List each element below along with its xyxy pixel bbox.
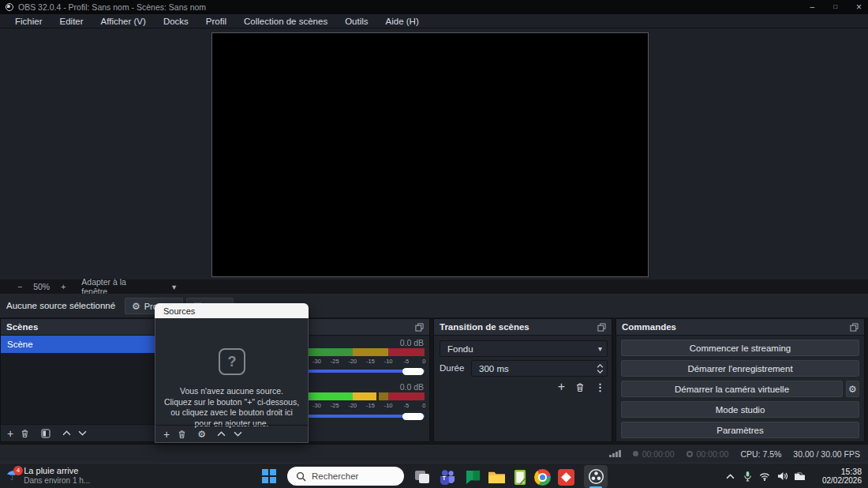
status-bar: 00:00:00 00:00:00 CPU: 7.5% 30.00 / 30.0… (0, 444, 868, 463)
meter-scale: -30-25-20-15-10-50 (309, 358, 432, 365)
volume-slider-handle[interactable] (402, 368, 424, 375)
move-source-up-button[interactable] (217, 431, 226, 437)
transition-actions: + ⋮ (558, 381, 605, 393)
window-title: OBS 32.0.4 - Profil: Sans nom - Scènes: … (18, 2, 206, 12)
sources-window-title: Sources (163, 306, 195, 316)
menu-fichier[interactable]: Fichier (6, 14, 51, 28)
question-mark-icon: ? (219, 348, 245, 375)
stream-status-icon (633, 451, 638, 456)
transition-selected-value: Fondu (447, 344, 473, 354)
red-diamond-app-button[interactable] (556, 467, 576, 487)
no-source-status: Aucune source sélectionné (6, 301, 115, 310)
folder-icon (488, 470, 506, 485)
sources-window-titlebar[interactable]: Sources (155, 303, 309, 318)
title-bar[interactable]: OBS 32.0.4 - Profil: Sans nom - Scènes: … (0, 0, 868, 14)
sources-toolbar: + ⚙ (155, 425, 308, 442)
file-explorer-button[interactable] (486, 467, 507, 487)
gear-icon: ⚙ (132, 302, 140, 311)
close-button[interactable]: × (856, 0, 862, 14)
menu-outils[interactable]: Outils (336, 14, 376, 28)
remove-transition-button[interactable] (575, 382, 585, 392)
zoom-in-button[interactable]: + (56, 282, 70, 291)
transition-select[interactable]: Fondu ▾ (440, 340, 608, 357)
obs-logo-icon (6, 3, 13, 11)
chrome-icon (534, 469, 551, 486)
maximize-button[interactable]: □ (833, 0, 837, 14)
remove-source-button[interactable] (178, 430, 186, 439)
menu-docks[interactable]: Docks (155, 14, 197, 28)
minimize-button[interactable]: – (810, 0, 815, 14)
transitions-panel-title: Transition de scènes (440, 322, 529, 332)
start-streaming-button[interactable]: Commencer le streaming (621, 340, 859, 356)
popout-dock-icon[interactable] (415, 323, 424, 332)
volume-slider-handle[interactable] (402, 413, 424, 420)
preview-area (0, 28, 868, 280)
studio-mode-button[interactable]: Mode studio (621, 401, 859, 418)
chrome-app-button[interactable] (532, 467, 552, 487)
windows-taskbar: ☂4 La pluie arrive Dans environ 1 h... R… (0, 463, 868, 488)
cpu-usage: CPU: 7.5% (740, 449, 781, 459)
taskbar-search[interactable]: Rechercher (287, 467, 404, 486)
preview-canvas[interactable] (211, 32, 649, 277)
clock-date: 02/02/2026 (813, 476, 862, 486)
sources-floating-window: Sources ? Vous n'avez aucune source. Cli… (155, 303, 309, 443)
wifi-icon[interactable] (756, 472, 773, 481)
start-recording-button[interactable]: Démarrer l'enregistrement (621, 360, 859, 377)
system-tray: 15:38 02/02/2026 (721, 464, 868, 488)
microphone-icon[interactable] (739, 471, 756, 482)
popout-dock-icon[interactable] (850, 323, 859, 332)
scene-filters-button[interactable] (41, 429, 51, 438)
task-view-icon (415, 471, 429, 483)
add-transition-button[interactable]: + (558, 381, 565, 393)
record-timer: 00:00:00 (697, 449, 729, 459)
svg-text:T: T (443, 475, 447, 482)
red-diamond-icon (558, 469, 574, 486)
menu-collection-scenes[interactable]: Collection de scènes (235, 14, 336, 28)
menu-editer[interactable]: Editer (51, 14, 92, 28)
remove-scene-button[interactable] (21, 429, 29, 438)
zoom-out-button[interactable]: − (13, 282, 27, 291)
menu-profil[interactable]: Profil (197, 14, 235, 28)
teams-icon: T (439, 469, 456, 485)
transitions-panel-header[interactable]: Transition de scènes (434, 319, 612, 336)
clock-time: 15:38 (813, 467, 862, 476)
notepad-app-button[interactable] (510, 467, 530, 487)
taskbar-clock[interactable]: 15:38 02/02/2026 (813, 467, 862, 486)
obs-window: OBS 32.0.4 - Profil: Sans nom - Scènes: … (0, 0, 868, 488)
sources-empty-text: Vous n'avez aucune source. Cliquez sur l… (155, 386, 308, 429)
weather-widget[interactable]: ☂4 La pluie arrive Dans environ 1 h... (6, 466, 90, 486)
search-placeholder: Rechercher (312, 471, 358, 481)
add-source-button[interactable]: + (163, 429, 170, 440)
fps-counter: 30.00 / 30.00 FPS (793, 449, 860, 459)
controls-panel-title: Commandes (622, 322, 676, 332)
transition-menu-button[interactable]: ⋮ (595, 381, 605, 393)
tray-chevron-up-icon[interactable] (721, 474, 739, 479)
zoom-level: 50% (27, 282, 56, 291)
spin-up-icon (597, 364, 604, 368)
meter-db-value: 0.0 dB (400, 382, 424, 392)
move-scene-down-button[interactable] (78, 430, 87, 436)
chat-app-button[interactable] (462, 467, 483, 487)
popout-dock-icon[interactable] (597, 323, 606, 332)
move-source-down-button[interactable] (234, 431, 242, 437)
start-virtual-camera-button[interactable]: Démarrer la caméra virtuelle (621, 381, 843, 397)
speaker-icon[interactable] (773, 471, 791, 481)
controls-panel: Commandes Commencer le streaming Démarre… (615, 318, 865, 442)
move-scene-up-button[interactable] (62, 430, 71, 436)
duration-input[interactable]: 300 ms (471, 360, 608, 377)
sources-empty-area[interactable]: ? Vous n'avez aucune source. Cliquez sur… (155, 318, 309, 443)
task-view-button[interactable] (412, 467, 432, 487)
weather-title: La pluie arrive (24, 466, 90, 476)
scene-transitions-panel: Transition de scènes Fondu ▾ Durée 300 m… (433, 318, 612, 442)
settings-button[interactable]: Paramètres (621, 422, 859, 438)
teams-app-button[interactable]: T (437, 467, 458, 487)
onedrive-folder-icon[interactable] (791, 471, 808, 481)
source-properties-gear-button[interactable]: ⚙ (197, 430, 206, 439)
virtual-camera-settings-button[interactable]: ⚙ (846, 381, 859, 397)
controls-panel-header[interactable]: Commandes (616, 319, 864, 336)
menu-aide[interactable]: Aide (H) (377, 14, 428, 28)
menu-afficher[interactable]: Afficher (V) (92, 14, 155, 28)
add-scene-button[interactable]: + (7, 428, 13, 439)
start-button[interactable] (262, 469, 276, 483)
obs-app-button-active[interactable] (584, 465, 608, 488)
